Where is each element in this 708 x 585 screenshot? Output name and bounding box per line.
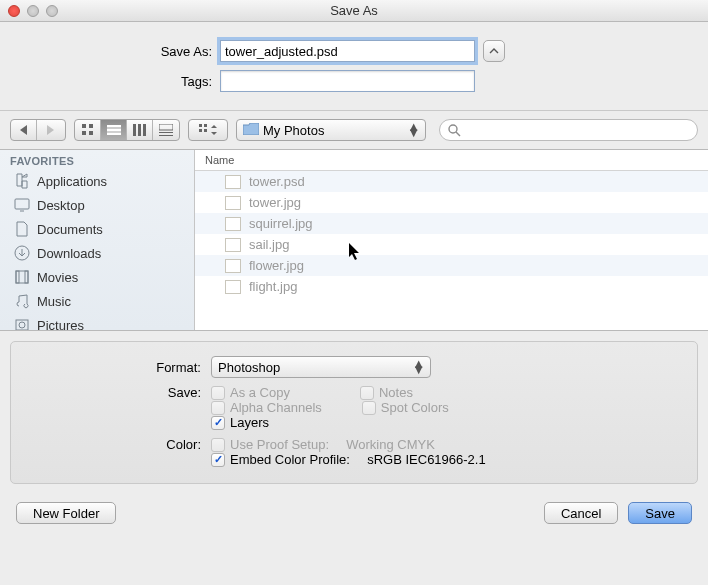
format-popup[interactable]: Photoshop ▲▼ [211, 356, 431, 378]
triangle-left-icon [20, 125, 28, 135]
sidebar-item-desktop[interactable]: Desktop [0, 193, 194, 217]
svg-point-26 [19, 322, 25, 328]
file-listing: Name tower.psdtower.jpgsquirrel.jpgsail.… [195, 150, 708, 330]
file-icon [225, 259, 241, 273]
layers-checkbox[interactable]: ✓Layers [211, 415, 269, 430]
sidebar-item-downloads[interactable]: Downloads [0, 241, 194, 265]
arrange-menu-button[interactable] [188, 119, 228, 141]
sidebar-item-label: Documents [37, 222, 103, 237]
save-as-input[interactable] [220, 40, 475, 62]
sidebar-item-pictures[interactable]: Pictures [0, 313, 194, 330]
color-section-label: Color: [11, 437, 211, 452]
popup-arrows-icon: ▲▼ [407, 124, 420, 136]
sidebar-item-music[interactable]: Music [0, 289, 194, 313]
search-input[interactable] [461, 123, 689, 138]
cancel-button[interactable]: Cancel [544, 502, 618, 524]
arrange-icon [199, 124, 217, 136]
titlebar: Save As [0, 0, 708, 22]
close-window-button[interactable] [8, 5, 20, 17]
minimize-window-button[interactable] [27, 5, 39, 17]
file-name: flower.jpg [249, 258, 304, 273]
footer: New Folder Cancel Save [0, 494, 708, 538]
chk-label: Alpha Channels [230, 400, 322, 415]
svg-rect-10 [159, 124, 173, 130]
file-browser: FAVORITES Applications Desktop Documents… [0, 149, 708, 331]
movies-icon [14, 269, 30, 285]
window-title: Save As [0, 3, 708, 18]
chk-label: Layers [230, 415, 269, 430]
expand-collapse-button[interactable] [483, 40, 505, 62]
tags-input[interactable] [220, 70, 475, 92]
save-section-label: Save: [11, 385, 211, 400]
spot-colors-checkbox[interactable]: Spot Colors [362, 400, 449, 415]
file-row[interactable]: squirrel.jpg [195, 213, 708, 234]
chk-label: Spot Colors [381, 400, 449, 415]
file-rows: tower.psdtower.jpgsquirrel.jpgsail.jpgfl… [195, 171, 708, 330]
sidebar-item-documents[interactable]: Documents [0, 217, 194, 241]
svg-rect-6 [107, 133, 121, 135]
desktop-icon [14, 197, 30, 213]
svg-rect-1 [89, 124, 93, 128]
svg-line-18 [456, 132, 460, 136]
zoom-window-button[interactable] [46, 5, 58, 17]
file-row[interactable]: flight.jpg [195, 276, 708, 297]
icon-view-icon [82, 124, 94, 136]
format-label: Format: [11, 360, 211, 375]
view-column-button[interactable] [127, 120, 153, 140]
column-header-name[interactable]: Name [195, 150, 708, 171]
sidebar-header: FAVORITES [0, 150, 194, 169]
alpha-channels-checkbox[interactable]: Alpha Channels [211, 400, 322, 415]
coverflow-icon [159, 124, 173, 136]
svg-rect-5 [107, 129, 121, 131]
sidebar-item-label: Music [37, 294, 71, 309]
file-icon [225, 196, 241, 210]
format-value: Photoshop [218, 360, 280, 375]
proof-value: Working CMYK [346, 437, 435, 452]
svg-rect-15 [199, 129, 202, 132]
svg-rect-16 [204, 129, 207, 132]
svg-rect-23 [16, 271, 19, 283]
svg-rect-11 [159, 132, 173, 133]
file-row[interactable]: tower.jpg [195, 192, 708, 213]
svg-rect-13 [199, 124, 202, 127]
location-popup[interactable]: My Photos ▲▼ [236, 119, 426, 141]
embed-color-profile-checkbox[interactable]: ✓Embed Color Profile: sRGB IEC61966-2.1 [211, 452, 486, 467]
triangle-right-icon [46, 125, 54, 135]
sidebar-item-label: Movies [37, 270, 78, 285]
file-row[interactable]: sail.jpg [195, 234, 708, 255]
sidebar: FAVORITES Applications Desktop Documents… [0, 150, 195, 330]
svg-rect-7 [133, 124, 136, 136]
forward-button[interactable] [37, 120, 63, 140]
sidebar-item-label: Downloads [37, 246, 101, 261]
as-a-copy-checkbox[interactable]: As a Copy [211, 385, 290, 400]
chk-label: Embed Color Profile: [230, 452, 350, 467]
save-button[interactable]: Save [628, 502, 692, 524]
svg-rect-8 [138, 124, 141, 136]
view-icon-button[interactable] [75, 120, 101, 140]
sidebar-item-movies[interactable]: Movies [0, 265, 194, 289]
use-proof-setup-checkbox[interactable]: Use Proof Setup: Working CMYK [211, 437, 435, 452]
file-name: tower.jpg [249, 195, 301, 210]
popup-arrows-icon: ▲▼ [412, 361, 425, 373]
back-button[interactable] [11, 120, 37, 140]
search-field[interactable] [439, 119, 698, 141]
view-list-button[interactable] [101, 120, 127, 140]
file-row[interactable]: tower.psd [195, 171, 708, 192]
sidebar-item-applications[interactable]: Applications [0, 169, 194, 193]
new-folder-button[interactable]: New Folder [16, 502, 116, 524]
file-icon [225, 175, 241, 189]
music-icon [14, 293, 30, 309]
svg-point-17 [449, 125, 457, 133]
sidebar-item-label: Applications [37, 174, 107, 189]
nav-back-forward[interactable] [10, 119, 66, 141]
notes-checkbox[interactable]: Notes [360, 385, 413, 400]
view-mode-segment[interactable] [74, 119, 180, 141]
location-label: My Photos [263, 123, 324, 138]
file-name: sail.jpg [249, 237, 289, 252]
svg-rect-24 [25, 271, 28, 283]
file-row[interactable]: flower.jpg [195, 255, 708, 276]
chk-label: As a Copy [230, 385, 290, 400]
view-coverflow-button[interactable] [153, 120, 179, 140]
chk-label: Use Proof Setup: [230, 437, 329, 452]
svg-rect-12 [159, 135, 173, 136]
